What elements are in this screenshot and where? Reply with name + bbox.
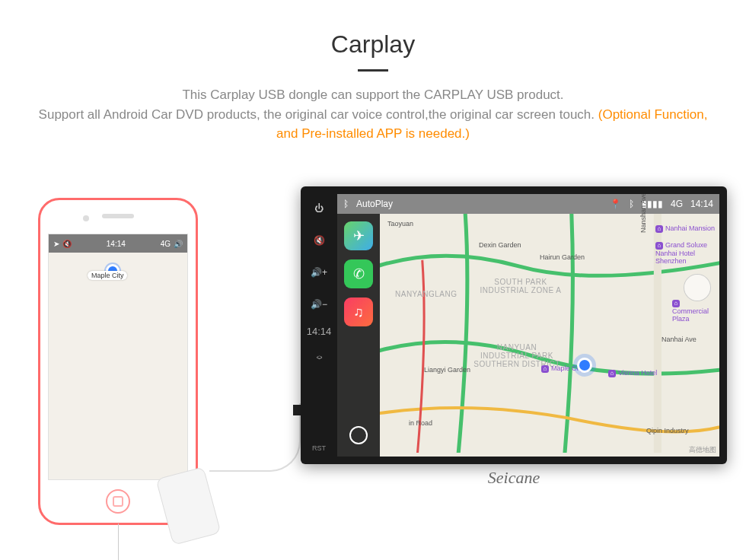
unit-screen[interactable]: ᛒ AutoPlay 📍 ᛒ ▮▮▮▮ 4G 14:14 ✈︎ ✆ ♫ [337,194,719,457]
carplay-dongle [155,466,221,546]
lbl-taoyuan: Taoyuan [387,220,413,228]
lbl-nanshan-ave: Nanshan Avenue [639,194,647,233]
bluetooth-icon: ᛒ [343,199,349,209]
app-name: AutoPlay [356,199,393,209]
statusbar-time: 14:14 [690,199,713,209]
power-icon[interactable]: ⏻ [309,199,329,218]
usb-cable [209,403,301,472]
zone-southpark-a: SOUTH PARK INDUSTRIAL ZONE A [479,278,563,294]
map-attribution: 高德地图 [689,445,716,455]
volume-up-icon[interactable]: 🔊+ [309,262,329,282]
bt-icon: ᛒ [629,199,634,209]
carplay-home-icon[interactable] [349,426,368,444]
maps-app-icon[interactable]: ✈︎ [344,221,373,250]
desc-line2: Support all Android Car DVD products, th… [39,107,595,122]
speaker-mute-icon: 🔇 [62,240,72,248]
page-title: Carplay [0,30,746,59]
phone-signal-label: 4G [161,240,171,248]
lbl-liangyi: Liangyi Garden [424,366,470,374]
title-divider [358,69,388,72]
signal-label: 4G [671,199,683,209]
lbl-qipin: Qipin Industry [646,427,689,434]
lbl-hairun: Hairun Garden [540,253,585,261]
nav-arrow-icon: ➤ [53,240,59,248]
volume-down-icon[interactable]: 🔊− [309,294,329,314]
phone-app-icon[interactable]: ✆ [344,259,373,288]
poi-grand-soluxe[interactable]: Grand Soluxe Nanhai Hotel Shenzhen [655,241,716,265]
zone-nanyanglang: NANYANGLANG [395,290,457,298]
wifi-icon: ⌔ [309,348,329,368]
phone-speaker [102,214,134,218]
unit-map[interactable]: NANYANGLANG SOUTH PARK INDUSTRIAL ZONE A… [380,214,719,457]
location-icon: 📍 [610,199,621,209]
mute-icon[interactable]: 🔇 [309,231,329,250]
compass-icon[interactable] [684,275,710,301]
carplay-dock: ✈︎ ✆ ♫ [337,214,380,457]
home-button[interactable] [106,489,130,514]
poi-nanhai-mansion[interactable]: Nanhai Mansion [655,224,715,233]
unit-statusbar: ᛒ AutoPlay 📍 ᛒ ▮▮▮▮ 4G 14:14 [337,194,719,214]
phone-statusbar: ➤ 🔇 14:14 4G 🔊 [49,234,187,253]
car-head-unit: ⏻ 🔇 🔊+ 🔊− 14:14 ⌔ RST ᛒ AutoPlay 📍 ᛒ ▮▮▮… [301,186,727,464]
unit-clock: 14:14 [307,326,332,336]
lbl-dexin: Dexin Garden [479,241,521,249]
desc-line1: This Carplay USB dongle can support the … [182,88,563,102]
brand-label: Seicane [301,468,727,488]
lbl-in-road: in Road [409,419,432,427]
phone-screen[interactable]: ➤ 🔇 14:14 4G 🔊 Maple City [48,234,188,480]
lightning-cable [118,523,119,560]
description: This Carplay USB dongle can support the … [0,85,746,144]
reset-button[interactable]: RST [312,444,326,452]
poi-commercial[interactable]: Commercial Plaza [672,299,718,323]
map-label-maplecity: Maple City [88,271,128,280]
poi-maple-city[interactable]: Maple City [541,364,584,373]
lbl-nanhai-ave: Nanhai Ave [662,336,697,343]
speaker-icon: 🔊 [174,240,183,248]
poi-vienna[interactable]: Vienna Hotel [608,369,657,377]
unit-hardware-buttons: ⏻ 🔇 🔊+ 🔊− 14:14 ⌔ RST [301,186,337,464]
music-app-icon[interactable]: ♫ [344,298,373,326]
phone-camera [83,215,89,221]
current-location-dot [579,360,590,371]
phone-clock: 14:14 [107,240,126,248]
